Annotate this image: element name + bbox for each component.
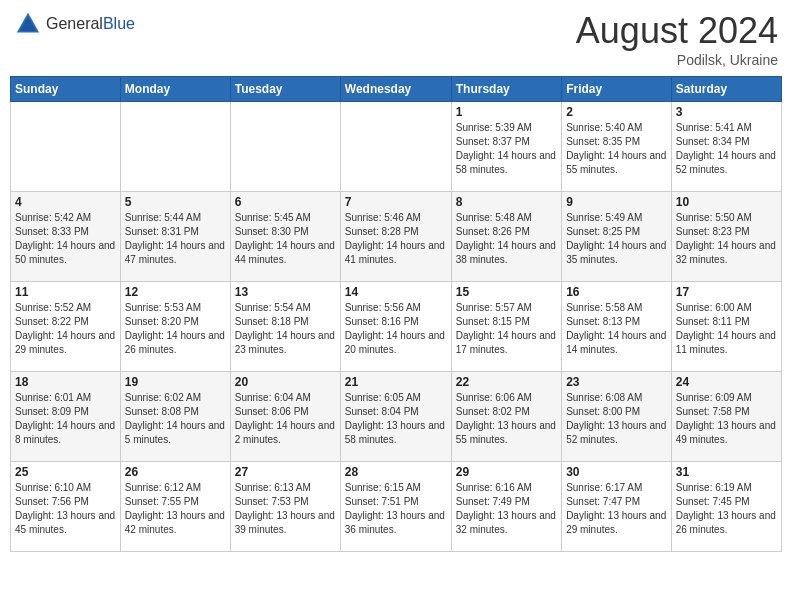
day-number: 19 [125,375,226,389]
day-number: 3 [676,105,777,119]
day-info: Sunrise: 5:46 AMSunset: 8:28 PMDaylight:… [345,211,447,267]
calendar-cell: 4Sunrise: 5:42 AMSunset: 8:33 PMDaylight… [11,192,121,282]
calendar-table: SundayMondayTuesdayWednesdayThursdayFrid… [10,76,782,552]
day-number: 2 [566,105,667,119]
day-header-saturday: Saturday [671,77,781,102]
calendar-cell: 13Sunrise: 5:54 AMSunset: 8:18 PMDayligh… [230,282,340,372]
day-info: Sunrise: 6:12 AMSunset: 7:55 PMDaylight:… [125,481,226,537]
day-info: Sunrise: 5:56 AMSunset: 8:16 PMDaylight:… [345,301,447,357]
calendar-cell: 8Sunrise: 5:48 AMSunset: 8:26 PMDaylight… [451,192,561,282]
day-info: Sunrise: 6:16 AMSunset: 7:49 PMDaylight:… [456,481,557,537]
calendar-header: SundayMondayTuesdayWednesdayThursdayFrid… [11,77,782,102]
day-info: Sunrise: 5:44 AMSunset: 8:31 PMDaylight:… [125,211,226,267]
calendar-cell: 15Sunrise: 5:57 AMSunset: 8:15 PMDayligh… [451,282,561,372]
day-info: Sunrise: 6:17 AMSunset: 7:47 PMDaylight:… [566,481,667,537]
day-info: Sunrise: 6:19 AMSunset: 7:45 PMDaylight:… [676,481,777,537]
day-number: 4 [15,195,116,209]
calendar-cell: 29Sunrise: 6:16 AMSunset: 7:49 PMDayligh… [451,462,561,552]
day-info: Sunrise: 5:52 AMSunset: 8:22 PMDaylight:… [15,301,116,357]
day-info: Sunrise: 6:00 AMSunset: 8:11 PMDaylight:… [676,301,777,357]
day-info: Sunrise: 6:10 AMSunset: 7:56 PMDaylight:… [15,481,116,537]
day-number: 18 [15,375,116,389]
day-number: 15 [456,285,557,299]
calendar-cell: 26Sunrise: 6:12 AMSunset: 7:55 PMDayligh… [120,462,230,552]
day-info: Sunrise: 5:42 AMSunset: 8:33 PMDaylight:… [15,211,116,267]
day-info: Sunrise: 6:01 AMSunset: 8:09 PMDaylight:… [15,391,116,447]
calendar-cell: 17Sunrise: 6:00 AMSunset: 8:11 PMDayligh… [671,282,781,372]
day-number: 17 [676,285,777,299]
location: Podilsk, Ukraine [576,52,778,68]
calendar-cell: 30Sunrise: 6:17 AMSunset: 7:47 PMDayligh… [562,462,672,552]
day-header-sunday: Sunday [11,77,121,102]
day-number: 6 [235,195,336,209]
calendar-cell: 14Sunrise: 5:56 AMSunset: 8:16 PMDayligh… [340,282,451,372]
logo-general: General [46,15,103,32]
calendar-cell: 24Sunrise: 6:09 AMSunset: 7:58 PMDayligh… [671,372,781,462]
calendar-cell: 5Sunrise: 5:44 AMSunset: 8:31 PMDaylight… [120,192,230,282]
day-number: 22 [456,375,557,389]
day-info: Sunrise: 5:58 AMSunset: 8:13 PMDaylight:… [566,301,667,357]
day-header-thursday: Thursday [451,77,561,102]
day-header-monday: Monday [120,77,230,102]
calendar-cell: 11Sunrise: 5:52 AMSunset: 8:22 PMDayligh… [11,282,121,372]
day-info: Sunrise: 6:13 AMSunset: 7:53 PMDaylight:… [235,481,336,537]
day-number: 30 [566,465,667,479]
calendar-week-5: 25Sunrise: 6:10 AMSunset: 7:56 PMDayligh… [11,462,782,552]
calendar-cell: 31Sunrise: 6:19 AMSunset: 7:45 PMDayligh… [671,462,781,552]
calendar-cell: 22Sunrise: 6:06 AMSunset: 8:02 PMDayligh… [451,372,561,462]
day-number: 23 [566,375,667,389]
calendar-cell [340,102,451,192]
day-number: 31 [676,465,777,479]
day-info: Sunrise: 5:54 AMSunset: 8:18 PMDaylight:… [235,301,336,357]
calendar-cell: 6Sunrise: 5:45 AMSunset: 8:30 PMDaylight… [230,192,340,282]
logo-blue: Blue [103,15,135,32]
day-info: Sunrise: 6:05 AMSunset: 8:04 PMDaylight:… [345,391,447,447]
calendar-cell: 28Sunrise: 6:15 AMSunset: 7:51 PMDayligh… [340,462,451,552]
day-info: Sunrise: 6:09 AMSunset: 7:58 PMDaylight:… [676,391,777,447]
logo-text: GeneralBlue [46,15,135,33]
calendar-body: 1Sunrise: 5:39 AMSunset: 8:37 PMDaylight… [11,102,782,552]
calendar-cell [120,102,230,192]
day-number: 14 [345,285,447,299]
calendar-cell: 12Sunrise: 5:53 AMSunset: 8:20 PMDayligh… [120,282,230,372]
title-block: August 2024 Podilsk, Ukraine [576,10,778,68]
calendar-cell [230,102,340,192]
calendar-week-4: 18Sunrise: 6:01 AMSunset: 8:09 PMDayligh… [11,372,782,462]
day-number: 24 [676,375,777,389]
day-header-wednesday: Wednesday [340,77,451,102]
calendar-week-2: 4Sunrise: 5:42 AMSunset: 8:33 PMDaylight… [11,192,782,282]
calendar-cell: 2Sunrise: 5:40 AMSunset: 8:35 PMDaylight… [562,102,672,192]
day-info: Sunrise: 5:49 AMSunset: 8:25 PMDaylight:… [566,211,667,267]
day-number: 21 [345,375,447,389]
day-info: Sunrise: 5:41 AMSunset: 8:34 PMDaylight:… [676,121,777,177]
day-info: Sunrise: 5:50 AMSunset: 8:23 PMDaylight:… [676,211,777,267]
calendar-cell: 9Sunrise: 5:49 AMSunset: 8:25 PMDaylight… [562,192,672,282]
day-header-row: SundayMondayTuesdayWednesdayThursdayFrid… [11,77,782,102]
day-info: Sunrise: 6:06 AMSunset: 8:02 PMDaylight:… [456,391,557,447]
day-number: 27 [235,465,336,479]
day-number: 20 [235,375,336,389]
calendar-cell: 21Sunrise: 6:05 AMSunset: 8:04 PMDayligh… [340,372,451,462]
calendar-cell: 20Sunrise: 6:04 AMSunset: 8:06 PMDayligh… [230,372,340,462]
calendar-cell [11,102,121,192]
day-info: Sunrise: 5:45 AMSunset: 8:30 PMDaylight:… [235,211,336,267]
day-info: Sunrise: 6:02 AMSunset: 8:08 PMDaylight:… [125,391,226,447]
day-number: 28 [345,465,447,479]
calendar-cell: 3Sunrise: 5:41 AMSunset: 8:34 PMDaylight… [671,102,781,192]
day-info: Sunrise: 6:15 AMSunset: 7:51 PMDaylight:… [345,481,447,537]
day-header-friday: Friday [562,77,672,102]
calendar-week-3: 11Sunrise: 5:52 AMSunset: 8:22 PMDayligh… [11,282,782,372]
day-info: Sunrise: 5:53 AMSunset: 8:20 PMDaylight:… [125,301,226,357]
day-info: Sunrise: 6:04 AMSunset: 8:06 PMDaylight:… [235,391,336,447]
calendar-cell: 23Sunrise: 6:08 AMSunset: 8:00 PMDayligh… [562,372,672,462]
month-year: August 2024 [576,10,778,52]
day-number: 8 [456,195,557,209]
day-number: 26 [125,465,226,479]
day-number: 25 [15,465,116,479]
day-number: 13 [235,285,336,299]
day-header-tuesday: Tuesday [230,77,340,102]
calendar-cell: 1Sunrise: 5:39 AMSunset: 8:37 PMDaylight… [451,102,561,192]
day-number: 7 [345,195,447,209]
logo: GeneralBlue [14,10,135,38]
day-number: 16 [566,285,667,299]
